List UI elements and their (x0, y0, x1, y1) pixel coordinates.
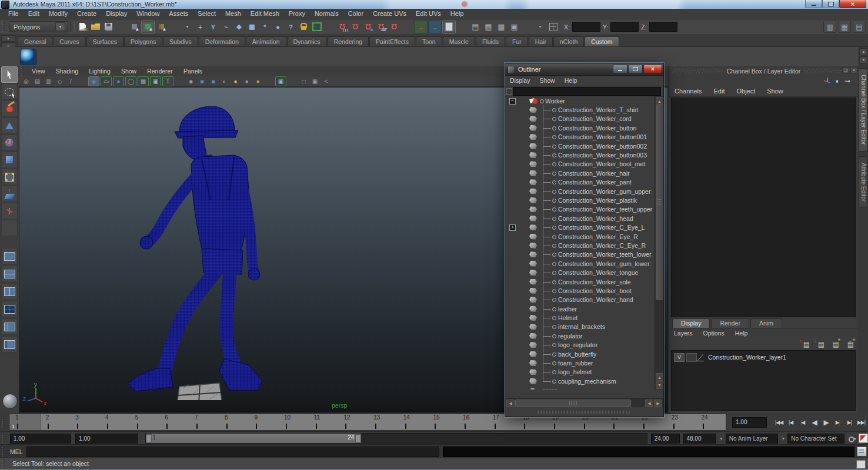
range-start-handle[interactable] (146, 434, 152, 442)
output-from-selected-button[interactable] (428, 21, 442, 33)
snap-projected-center-button[interactable] (375, 21, 388, 33)
expand-toggle-icon[interactable] (509, 224, 516, 231)
menu-item[interactable]: Create (72, 9, 101, 19)
snap-view-plane-button[interactable] (388, 21, 400, 33)
input-connections-button[interactable] (442, 21, 456, 33)
shelf-tab[interactable]: Curves (53, 36, 85, 46)
ipr-render-button[interactable] (495, 21, 508, 33)
layout-outliner-persp[interactable] (1, 318, 18, 335)
frame-cell[interactable]: 8 (219, 414, 249, 430)
outliner-item[interactable]: Helmet (506, 313, 655, 322)
close-button[interactable] (839, 0, 866, 8)
playback-end-field[interactable]: 24.00 (651, 434, 680, 444)
menu-item[interactable]: Edit (24, 9, 44, 19)
character-set-field[interactable]: No Character Set (787, 434, 844, 444)
close-panel-icon[interactable]: × (850, 67, 857, 74)
frame-cell[interactable]: 16 (458, 414, 488, 430)
scrollbar-thumb[interactable] (656, 105, 663, 300)
frame-cell[interactable]: 6 (159, 414, 189, 430)
outliner-resize-grip[interactable] (505, 408, 663, 416)
layer-editor-menu-item[interactable]: Layers (669, 328, 698, 338)
outliner-item[interactable]: Construction_Worker_gum_upper (506, 187, 655, 196)
channel-box-menu-item[interactable]: Channels (669, 86, 707, 96)
outliner-close-button[interactable] (643, 65, 662, 73)
scroll-down-icon[interactable]: ▼ (656, 381, 663, 389)
frame-cell[interactable]: 13 (368, 414, 398, 430)
shelf-tab[interactable]: PaintEffects (369, 36, 415, 46)
float-panel-icon[interactable]: ❏ (842, 67, 849, 74)
material-override-icon[interactable]: T (162, 76, 173, 86)
set-key-icon[interactable] (848, 434, 856, 442)
minimize-button[interactable] (805, 0, 822, 8)
z-coordinate-field[interactable] (649, 22, 677, 32)
layer-editor-menu-item[interactable]: Help (730, 328, 753, 338)
lock-selection-button[interactable] (298, 21, 310, 33)
frame-cell[interactable]: 14 (398, 414, 428, 430)
mel-input-field[interactable] (26, 446, 439, 457)
default-material-cube-icon[interactable]: ■ (186, 77, 196, 86)
quick-help-icon[interactable] (856, 460, 866, 469)
script-editor-icon[interactable] (857, 446, 867, 456)
absolute-relative-toggle[interactable] (547, 21, 559, 33)
outliner-search-input[interactable] (513, 87, 661, 96)
menu-item[interactable]: Proxy (284, 9, 310, 19)
shelf-tab[interactable]: Rendering (328, 36, 369, 46)
mask-surfaces-button[interactable]: ◆ (233, 21, 245, 33)
layer-editor-tab[interactable]: Anim (750, 318, 782, 328)
shelf-tab[interactable]: Animation (246, 36, 286, 46)
shelf-tab[interactable]: Fur (506, 36, 528, 46)
bookmark-icon[interactable]: ◇ (55, 77, 65, 86)
layer-color-swatch[interactable] (699, 354, 707, 361)
layout-single-pane[interactable] (1, 248, 18, 264)
go-to-start-button[interactable] (774, 417, 784, 428)
show-grid-toggle[interactable]: ▦ (838, 21, 851, 33)
shelf-tab[interactable]: Hair (529, 36, 553, 46)
step-back-key-button[interactable] (797, 417, 807, 428)
outliner-vertical-scrollbar[interactable]: ▲ ▲ ▼ (655, 96, 663, 390)
outliner-item[interactable]: Construction_Worker_boot (506, 286, 655, 295)
scale-tool[interactable] (1, 152, 18, 168)
all-lights-icon[interactable]: ● (253, 77, 263, 86)
speed-state-icon[interactable]: ◐ (836, 77, 840, 85)
frame-cell[interactable]: 23 (666, 414, 696, 430)
menu-item[interactable]: Window (132, 9, 164, 19)
move-tool[interactable] (1, 118, 18, 134)
menu-item[interactable]: Normals (310, 9, 343, 19)
image-plane-icon[interactable]: / (66, 77, 76, 86)
bounding-box-icon[interactable]: ◯ (125, 76, 136, 86)
textured-cube-icon[interactable]: ■ (208, 77, 218, 86)
flat-shade-icon[interactable]: ● (113, 76, 124, 86)
shelf-tab-selector-button[interactable]: ▼ (1, 35, 15, 42)
show-manipulator-tool[interactable] (1, 203, 18, 219)
playback-start-field[interactable]: 1.00 (75, 434, 138, 444)
expand-up-icon[interactable]: ▲ (859, 48, 868, 55)
outliner-item[interactable]: coupling_mechanism (506, 377, 655, 385)
outliner-menu-item[interactable]: Help (560, 76, 582, 86)
outliner-item[interactable]: Construction_Worker_teeth_upper (506, 205, 655, 214)
play-backwards-button[interactable] (809, 417, 819, 428)
panel-menu-item[interactable]: Lighting (84, 66, 116, 76)
layout-four-panes[interactable] (1, 301, 18, 317)
mask-curves-button[interactable]: ~ (220, 21, 232, 33)
step-forward-frame-button[interactable] (844, 417, 854, 428)
select-object-button[interactable] (141, 21, 155, 33)
sidebar-vertical-tab[interactable]: Channel Box / Layer Editor (859, 68, 867, 152)
outliner-item[interactable]: regulator (506, 331, 655, 340)
input-to-selected-button[interactable] (414, 21, 428, 33)
x-coordinate-field[interactable] (572, 22, 600, 32)
layout-two-panes-stacked[interactable] (1, 266, 18, 282)
create-layer-from-selected-icon[interactable] (843, 340, 854, 348)
menu-item[interactable]: Assets (164, 9, 193, 19)
outliner-item[interactable]: Construction_Worker_T_shirt (506, 105, 655, 114)
move-layer-up-icon[interactable] (799, 340, 810, 348)
panel-menu-item[interactable]: View (26, 66, 51, 76)
layout-two-panes-side[interactable] (1, 283, 18, 300)
animation-end-field[interactable]: 48.00 (683, 434, 716, 444)
mask-joints-button[interactable]: Y (207, 21, 219, 33)
textured-icon[interactable]: ▩ (138, 76, 149, 86)
shelf-tab[interactable]: Deformation (199, 36, 245, 46)
shaded-cube-icon[interactable]: ■ (197, 77, 207, 86)
frame-cell[interactable]: 12 (338, 414, 368, 430)
frame-cell[interactable]: 15 (428, 414, 458, 430)
scrollbar-thumb[interactable] (515, 400, 631, 407)
